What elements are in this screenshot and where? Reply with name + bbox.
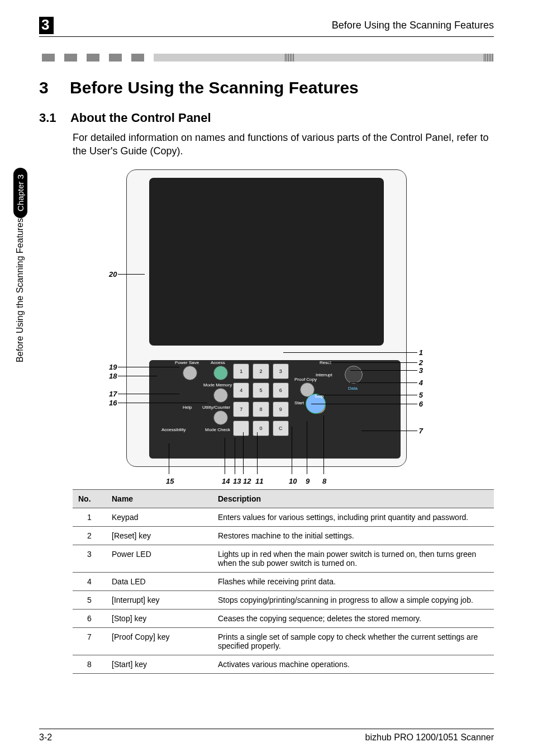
running-header: 3 Before Using the Scanning Features [39, 17, 494, 37]
label-accessibility: Accessibility [161, 427, 186, 432]
callout-11: 11 [255, 477, 263, 485]
table-row: 1 Keypad Enters values for various setti… [73, 508, 494, 526]
page-footer: 3-2 bizhub PRO 1200/1051 Scanner [39, 729, 494, 743]
table-cell-name: Keypad [106, 508, 212, 526]
section-heading-title: About the Control Panel [70, 111, 211, 125]
callout-9: 9 [306, 477, 310, 485]
callout-13: 13 [233, 477, 241, 485]
touch-screen [149, 178, 384, 346]
table-cell-desc: Activates various machine operations. [212, 655, 494, 673]
label-mode-check: Mode Check [205, 427, 230, 432]
utility-counter-button [213, 410, 228, 425]
callout-line [235, 438, 235, 474]
table-header-name: Name [106, 489, 212, 508]
footer-product-name: bizhub PRO 1200/1051 Scanner [365, 733, 494, 743]
keypad-key: 7 [233, 401, 249, 417]
callout-line [118, 274, 145, 275]
callout-4: 4 [419, 379, 423, 387]
table-row: 2 [Reset] key Restores machine to the in… [73, 526, 494, 545]
label-proof-copy: Proof Copy [294, 377, 317, 382]
table-cell-no: 6 [73, 609, 106, 627]
bottom-callouts: 15 14 13 12 11 10 9 8 [127, 477, 406, 488]
table-header-no: No. [73, 489, 106, 508]
callout-line [169, 443, 169, 474]
table-cell-name: Data LED [106, 572, 212, 590]
table-cell-no: 2 [73, 526, 106, 545]
table-row: 6 [Stop] key Ceases the copying sequence… [73, 609, 494, 627]
callout-18: 18 [109, 372, 117, 380]
side-tab: Chapter 3 Before Using the Scanning Feat… [11, 168, 29, 425]
table-cell-no: 1 [73, 508, 106, 526]
table-cell-name: [Stop] key [106, 609, 212, 627]
section-heading: 3.1 About the Control Panel [39, 111, 494, 125]
callout-line [328, 362, 417, 363]
callout-line [257, 432, 258, 474]
label-utility-counter: Utility/Counter [202, 405, 230, 410]
callout-16: 16 [109, 399, 117, 407]
callout-line [283, 352, 417, 353]
section-heading-number: 3.1 [39, 111, 56, 125]
callout-line [350, 382, 417, 383]
keypad-key: 6 [273, 382, 289, 398]
callout-line [292, 427, 292, 474]
callout-19: 19 [109, 363, 117, 371]
callout-line [317, 395, 417, 395]
keypad-key: 4 [233, 382, 249, 398]
table-cell-no: 8 [73, 655, 106, 673]
table-header-desc: Description [212, 489, 494, 508]
callout-15: 15 [166, 477, 174, 485]
keypad-key: 5 [253, 382, 269, 398]
keypad-key: 0 [253, 420, 269, 436]
callout-line [361, 431, 417, 431]
table-cell-no: 7 [73, 627, 106, 655]
table-cell-desc: Flashes while receiving print data. [212, 572, 494, 590]
label-power-save: Power Save [175, 360, 199, 365]
callout-1: 1 [419, 348, 423, 357]
table-row: 4 Data LED Flashes while receiving print… [73, 572, 494, 590]
callout-17: 17 [109, 390, 117, 398]
callout-12: 12 [243, 477, 251, 485]
callout-line [118, 394, 179, 394]
table-cell-desc: Lights up in red when the main power swi… [212, 545, 494, 572]
keypad-key: 2 [253, 363, 269, 379]
keypad-key: 3 [273, 363, 289, 379]
side-tab-label: Before Using the Scanning Features [15, 218, 25, 372]
callout-7: 7 [419, 427, 423, 435]
control-panel-figure: 1 2 3 4 5 6 7 8 9 0 C Powe [116, 169, 417, 467]
callout-line [311, 404, 417, 404]
table-row: 5 [Interrupt] key Stops copying/printing… [73, 590, 494, 609]
table-cell-no: 3 [73, 545, 106, 572]
table-cell-name: [Reset] key [106, 526, 212, 545]
callout-line [118, 376, 157, 376]
label-access: Access [211, 360, 225, 365]
callout-line [307, 421, 307, 474]
callout-8: 8 [322, 477, 326, 485]
callout-line [118, 403, 207, 403]
chapter-heading-title: Before Using the Scanning Features [70, 78, 359, 97]
callout-3: 3 [419, 366, 423, 375]
callout-line [118, 367, 179, 367]
callout-14: 14 [222, 477, 230, 485]
decorative-stripes [39, 54, 494, 62]
table-cell-desc: Ceases the copying sequence; deletes the… [212, 609, 494, 627]
power-save-button [183, 366, 197, 380]
keypad-key: 1 [233, 363, 249, 379]
control-panel-outline: 1 2 3 4 5 6 7 8 9 0 C Powe [126, 169, 407, 467]
label-mode-memory: Mode Memory [203, 382, 232, 388]
table-row: 8 [Start] key Activates various machine … [73, 655, 494, 673]
access-button [213, 366, 228, 380]
keypad-key: C [273, 420, 289, 436]
table-row: 7 [Proof Copy] key Prints a single set o… [73, 627, 494, 655]
label-interrupt: Interrupt [316, 372, 332, 377]
section-body-paragraph: For detailed information on names and fu… [73, 131, 494, 158]
callout-10: 10 [289, 477, 297, 485]
mode-memory-button [213, 388, 228, 403]
callout-line [350, 370, 417, 371]
callout-line [323, 415, 324, 474]
chapter-heading: 3 Before Using the Scanning Features [39, 78, 494, 97]
table-cell-desc: Stops copying/printing/scanning in progr… [212, 590, 494, 609]
control-panel-table: No. Name Description 1 Keypad Enters val… [73, 489, 494, 674]
callout-2: 2 [419, 358, 423, 367]
table-cell-desc: Enters values for various settings, incl… [212, 508, 494, 526]
footer-page-number: 3-2 [39, 733, 52, 743]
